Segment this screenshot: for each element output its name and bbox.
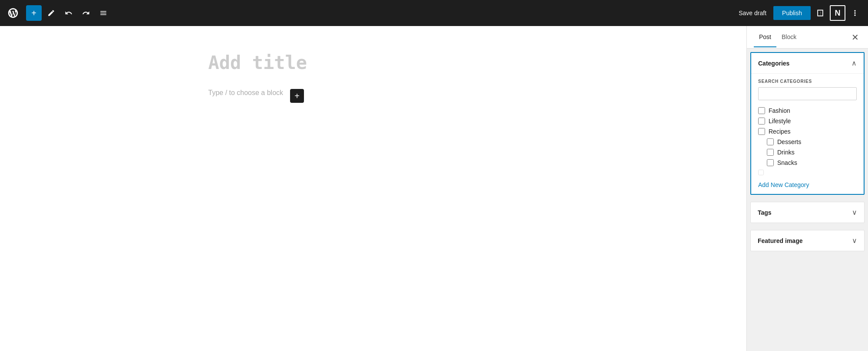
fashion-checkbox[interactable]: [758, 107, 765, 114]
list-item: Drinks: [758, 147, 857, 157]
add-block-button[interactable]: +: [26, 5, 42, 21]
categories-panel-header[interactable]: Categories ∧: [751, 53, 864, 74]
add-block-inline-button[interactable]: +: [290, 89, 304, 103]
list-view-button[interactable]: [96, 5, 111, 21]
lifestyle-checkbox[interactable]: [758, 118, 765, 125]
tab-block[interactable]: Block: [776, 27, 802, 47]
save-draft-button[interactable]: Save draft: [733, 7, 772, 19]
n-button[interactable]: N: [830, 5, 845, 21]
list-item-partial: [758, 168, 857, 177]
list-item: Recipes: [758, 126, 857, 137]
categories-collapse-icon: ∧: [851, 59, 857, 67]
editor-content: Type / to choose a block +: [191, 52, 556, 106]
wordpress-logo[interactable]: [5, 5, 21, 21]
featured-image-title: Featured image: [758, 237, 802, 244]
search-categories-input[interactable]: [758, 87, 857, 100]
drinks-checkbox[interactable]: [767, 149, 774, 156]
snacks-checkbox[interactable]: [767, 159, 774, 166]
editor-area: Type / to choose a block +: [0, 26, 746, 351]
tags-panel: Tags ∨: [750, 202, 865, 223]
category-label: Lifestyle: [769, 118, 791, 125]
categories-title: Categories: [758, 60, 789, 67]
category-label: Drinks: [777, 149, 795, 156]
sidebar-header: Post Block ✕: [747, 26, 868, 49]
tab-post[interactable]: Post: [754, 27, 776, 47]
sidebar: Post Block ✕ Categories ∧ SEARCH CATEGOR…: [746, 26, 868, 351]
close-sidebar-button[interactable]: ✕: [849, 31, 861, 43]
category-label: Desserts: [777, 138, 801, 145]
featured-image-panel-header[interactable]: Featured image ∨: [751, 230, 864, 251]
more-options-button[interactable]: [847, 5, 863, 21]
category-label: Snacks: [777, 159, 797, 166]
partial-checkbox[interactable]: [758, 170, 764, 175]
tags-title: Tags: [758, 209, 772, 216]
main-layout: Type / to choose a block + Post Block ✕ …: [0, 26, 868, 351]
categories-panel: Categories ∧ SEARCH CATEGORIES Fashion L…: [750, 52, 865, 195]
list-item: Fashion: [758, 105, 857, 116]
category-label: Recipes: [769, 128, 791, 135]
block-placeholder-text: Type / to choose a block: [208, 89, 284, 97]
block-area: Type / to choose a block +: [208, 85, 538, 106]
featured-image-panel: Featured image ∨: [750, 230, 865, 251]
redo-button[interactable]: [78, 5, 94, 21]
tags-expand-icon: ∨: [852, 208, 857, 217]
publish-button[interactable]: Publish: [773, 6, 811, 20]
edit-icon[interactable]: [43, 5, 59, 21]
recipes-checkbox[interactable]: [758, 128, 765, 135]
featured-image-expand-icon: ∨: [852, 236, 857, 245]
list-item: Desserts: [758, 137, 857, 147]
undo-button[interactable]: [61, 5, 76, 21]
desserts-checkbox[interactable]: [767, 138, 774, 145]
tags-panel-header[interactable]: Tags ∨: [751, 202, 864, 223]
list-item: Lifestyle: [758, 116, 857, 126]
main-toolbar: + Save draft Publish N: [0, 0, 868, 26]
categories-panel-body: SEARCH CATEGORIES Fashion Lifestyle Reci…: [751, 74, 864, 194]
view-button[interactable]: [812, 5, 828, 21]
category-label: Fashion: [769, 107, 790, 114]
add-new-category-link[interactable]: Add New Category: [758, 181, 809, 188]
category-list: Fashion Lifestyle Recipes Desserts: [758, 105, 857, 177]
list-item: Snacks: [758, 157, 857, 168]
search-categories-label: SEARCH CATEGORIES: [758, 79, 857, 84]
title-input[interactable]: [208, 52, 538, 73]
